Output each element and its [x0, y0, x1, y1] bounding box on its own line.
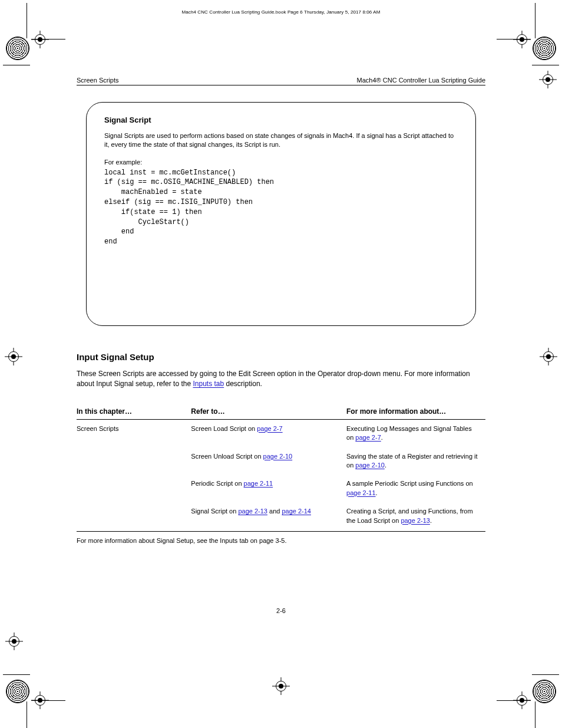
col-header-3: For more information about…: [346, 404, 485, 420]
page-header: Screen Scripts Mach4® CNC Controller Lua…: [77, 77, 485, 85]
cell: Periodic Script on page 2-11: [191, 475, 346, 502]
registration-mark-icon: [540, 348, 557, 365]
page-link[interactable]: page 2-7: [355, 434, 381, 441]
page-link[interactable]: page 2-13: [238, 508, 267, 515]
registration-mark-icon: [272, 677, 290, 695]
reference-table: In this chapter… Refer to… For more info…: [77, 404, 485, 551]
table-row: Signal Script on page 2-13 and page 2-14…: [77, 502, 485, 531]
cell: Screen Scripts: [77, 419, 191, 447]
table-footer: For more information about Signal Setup,…: [77, 531, 485, 550]
page-link[interactable]: page 2-7: [257, 425, 282, 432]
cell: Saving the state of a Register and retri…: [346, 447, 485, 475]
panel-title: Signal Script: [104, 116, 458, 124]
col-header-1: In this chapter…: [77, 404, 191, 420]
cell: Executing Log Messages and Signal Tables…: [346, 419, 485, 447]
running-head: Mach4 CNC Controller Lua Scripting Guide…: [182, 9, 381, 15]
inputs-tab-link[interactable]: Inputs tab: [193, 380, 224, 388]
table-footer-row: For more information about Signal Setup,…: [77, 531, 485, 550]
registration-mark-icon: [3, 651, 56, 704]
panel-example-label: For example:: [104, 159, 458, 166]
page-link[interactable]: page 2-14: [282, 508, 311, 515]
registration-mark-icon: [506, 35, 559, 88]
intro-paragraph: These Screen Scripts are accessed by goi…: [77, 369, 485, 390]
para-post: description.: [224, 380, 262, 388]
table-row: Periodic Script on page 2-11 A sample Pe…: [77, 475, 485, 502]
cell: Screen Load Script on page 2-7: [191, 419, 346, 447]
page-link[interactable]: page 2-10: [263, 453, 293, 460]
col-header-2: Refer to…: [191, 404, 346, 420]
para-pre: These Screen Scripts are accessed by goi…: [77, 370, 470, 388]
header-right: Mach4® CNC Controller Lua Scripting Guid…: [357, 77, 485, 84]
cell: Creating a Script, and using Functions, …: [346, 502, 485, 531]
panel-desc: Signal Scripts are used to perform actio…: [104, 131, 458, 149]
table-row: Screen Scripts Screen Load Script on pag…: [77, 419, 485, 447]
page-link[interactable]: page 2-10: [355, 462, 385, 469]
page-number: 2-6: [276, 607, 286, 614]
section-heading: Input Signal Setup: [77, 352, 485, 362]
cell: Signal Script on page 2-13 and page 2-14: [191, 502, 346, 531]
table-row: Screen Unload Script on page 2-10 Saving…: [77, 447, 485, 475]
page-link[interactable]: page 2-13: [401, 517, 430, 524]
cell: A sample Periodic Script using Functions…: [346, 475, 485, 502]
code-block: local inst = mc.mcGetInstance() if (sig …: [104, 168, 458, 247]
page-content: Screen Scripts Mach4® CNC Controller Lua…: [77, 77, 485, 550]
page-link[interactable]: page 2-11: [244, 480, 273, 487]
registration-mark-icon: [3, 35, 56, 88]
signal-script-panel: Signal Script Signal Scripts are used to…: [86, 102, 476, 326]
registration-mark-icon: [5, 348, 22, 365]
header-left: Screen Scripts: [77, 77, 119, 84]
page-link[interactable]: page 2-11: [346, 489, 376, 496]
registration-mark-icon: [506, 651, 559, 704]
cell: Screen Unload Script on page 2-10: [191, 447, 346, 475]
